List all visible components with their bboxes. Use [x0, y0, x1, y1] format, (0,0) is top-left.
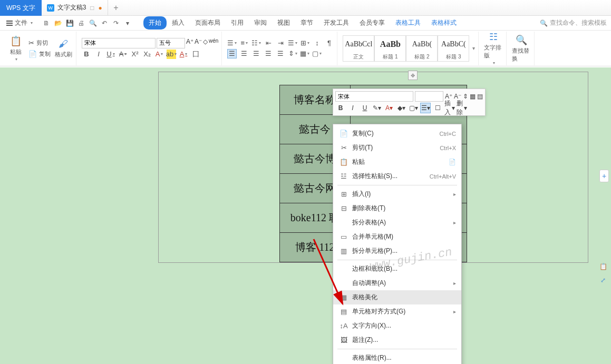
ctx-split-cells[interactable]: ▥拆分单元格(P)... — [333, 244, 461, 258]
font-name-select[interactable] — [82, 38, 156, 48]
underline-button[interactable]: U▾ — [106, 50, 115, 59]
mini-underline-button[interactable]: U — [360, 103, 370, 113]
mini-size-select[interactable] — [415, 91, 443, 102]
ctx-copy[interactable]: 📄复制(C)Ctrl+C — [333, 126, 461, 141]
tab-layout[interactable]: 页面布局 — [190, 16, 226, 29]
highlight-button[interactable]: ab▾ — [167, 50, 176, 59]
subscript-button[interactable]: X₂ — [142, 50, 152, 59]
sort-button[interactable]: ↕ — [312, 38, 322, 48]
align-right-button[interactable]: ☰ — [251, 49, 261, 58]
align-left-button[interactable]: ☰ — [227, 49, 237, 58]
ctx-autofit[interactable]: 自动调整(A)▸ — [333, 276, 461, 290]
align-justify-button[interactable]: ☰ — [264, 49, 273, 58]
clear-format-icon[interactable]: ◇ — [203, 38, 208, 48]
tab-reference[interactable]: 引用 — [226, 16, 249, 29]
shrink-font-icon[interactable]: A⁻ — [195, 38, 202, 48]
ctx-beautify[interactable]: ▦表格美化 — [333, 290, 461, 304]
mini-shading-button[interactable]: ◆▾ — [396, 103, 406, 113]
preview-icon[interactable]: 🔍 — [89, 19, 97, 27]
shading-button[interactable]: ▦▾ — [300, 49, 309, 58]
ctx-paste[interactable]: 📋粘贴📄 — [333, 155, 461, 169]
tab-table-style[interactable]: 表格样式 — [426, 16, 462, 29]
redo-icon[interactable]: ↷ — [112, 19, 120, 27]
font-size-select[interactable] — [157, 38, 185, 48]
borders-button[interactable]: ▢▾ — [312, 49, 322, 58]
tab-view[interactable]: 视图 — [272, 16, 295, 29]
mini-table2-icon[interactable]: ▤ — [477, 91, 483, 102]
cut-button[interactable]: ✂剪切 — [26, 38, 53, 48]
print-icon[interactable]: 🖨 — [77, 19, 85, 27]
mini-highlight-button[interactable]: ✎▾ — [372, 103, 382, 113]
tab-button[interactable]: ⊞▾ — [300, 38, 309, 48]
document-tab[interactable]: W 文字文稿3 □ ● — [42, 0, 108, 16]
style-more-icon[interactable]: ▾ — [470, 45, 475, 51]
mini-bold-button[interactable]: B — [335, 103, 346, 113]
ctx-direction[interactable]: ↕A文字方向(X)... — [333, 319, 461, 333]
ctx-caption[interactable]: 🖼题注(Z)... — [333, 333, 461, 347]
ctx-merge-cells[interactable]: ▭合并单元格(M) — [333, 230, 461, 244]
align-center-button[interactable]: ☰ — [239, 49, 249, 58]
copy-button[interactable]: 📄复制 — [26, 49, 53, 59]
style-gallery[interactable]: AaBbCcl正文 AaBb标题 1 AaBb(标题 2 AaBbC(标题 3 — [343, 35, 469, 62]
mini-insert-menu[interactable]: 插入▾ — [444, 103, 455, 113]
style-h3[interactable]: AaBbC(标题 3 — [438, 35, 469, 62]
bullets-button[interactable]: ☰▾ — [227, 38, 237, 48]
line-spacing-button[interactable]: ⇕▾ — [288, 49, 297, 58]
tab-review[interactable]: 审阅 — [249, 16, 272, 29]
app-button[interactable]: WPS 文字 — [0, 0, 42, 16]
mini-align-button[interactable]: ☰▾ — [420, 103, 431, 113]
new-icon[interactable]: 🗎 — [42, 19, 51, 27]
search-box[interactable]: 🔍 查找命令、搜索模板 — [540, 18, 607, 27]
ctx-delete-table[interactable]: ⊟删除表格(T) — [333, 201, 461, 215]
expand-panel-button[interactable]: + — [599, 170, 609, 182]
more-icon[interactable]: ▾ — [123, 19, 132, 27]
superscript-button[interactable]: X² — [130, 50, 140, 59]
ctx-paste-special[interactable]: ☳选择性粘贴(S)...Ctrl+Alt+V — [333, 169, 461, 183]
ctx-cut[interactable]: ✂剪切(T)Ctrl+X — [333, 141, 461, 155]
show-marks-button[interactable]: ¶ — [324, 38, 334, 48]
tab-start[interactable]: 开始 — [143, 16, 167, 29]
align-distribute-button[interactable]: ☰ — [276, 49, 285, 58]
bold-button[interactable]: B — [82, 50, 91, 59]
mini-italic-button[interactable]: I — [347, 103, 358, 113]
clipboard-panel-icon[interactable]: 📋 — [598, 262, 608, 271]
mini-table-icon[interactable]: ▦ — [470, 91, 476, 102]
char-border-button[interactable]: 囗 — [191, 50, 200, 59]
ctx-split-table[interactable]: 拆分表格(A)▸ — [333, 215, 461, 230]
mini-merge-button[interactable]: ☐ — [432, 103, 443, 113]
style-h1[interactable]: AaBb标题 1 — [374, 35, 406, 62]
italic-button[interactable]: I — [94, 50, 103, 59]
table-move-handle[interactable]: ✥ — [408, 71, 418, 80]
mini-delete-menu[interactable]: 删除▾ — [457, 103, 467, 113]
style-normal[interactable]: AaBbCcl正文 — [343, 35, 374, 62]
decrease-indent-button[interactable]: ⇤ — [264, 38, 273, 48]
ctx-align[interactable]: ▤单元格对齐方式(G)▸ — [333, 304, 461, 319]
mini-font-color-button[interactable]: A▾ — [384, 103, 394, 113]
multilevel-button[interactable]: ☷▾ — [251, 38, 261, 48]
open-icon[interactable]: 📂 — [54, 19, 62, 27]
font-color-button[interactable]: A▾ — [179, 50, 188, 59]
file-menu[interactable]: 文件▾ — [4, 17, 35, 28]
mini-borders-button[interactable]: ▢▾ — [408, 103, 419, 113]
ctx-insert[interactable]: ⊞插入(I)▸ — [333, 187, 461, 201]
ctx-borders[interactable]: 边框和底纹(B)... — [333, 262, 461, 276]
paste-button[interactable]: 📋粘贴▾ — [6, 35, 25, 62]
mini-font-select[interactable] — [335, 91, 413, 102]
text-layout-button[interactable]: ☷文字排版▾ — [484, 31, 503, 65]
new-tab-button[interactable]: + — [108, 3, 124, 13]
increase-indent-button[interactable]: ⇥ — [276, 38, 285, 48]
font-effect-button[interactable]: A▾ — [154, 50, 164, 59]
find-replace-button[interactable]: 🔍查找替换 — [512, 34, 531, 63]
phonetic-icon[interactable]: wén — [209, 38, 218, 48]
grow-font-icon[interactable]: A⁺ — [186, 38, 193, 48]
save-icon[interactable]: 💾 — [65, 19, 74, 27]
tab-insert[interactable]: 插入 — [167, 16, 190, 29]
ctx-props[interactable]: 表格属性(R)... — [333, 351, 461, 364]
tab-member[interactable]: 会员专享 — [354, 16, 390, 29]
expand-icon[interactable]: ⤢ — [598, 276, 608, 285]
tab-table-tools[interactable]: 表格工具 — [390, 16, 426, 29]
undo-icon[interactable]: ↶ — [100, 19, 109, 27]
tab-developer[interactable]: 开发工具 — [318, 16, 354, 29]
numbering-button[interactable]: ≡▾ — [239, 38, 249, 48]
char-scale-button[interactable]: ☰▾ — [288, 38, 297, 48]
